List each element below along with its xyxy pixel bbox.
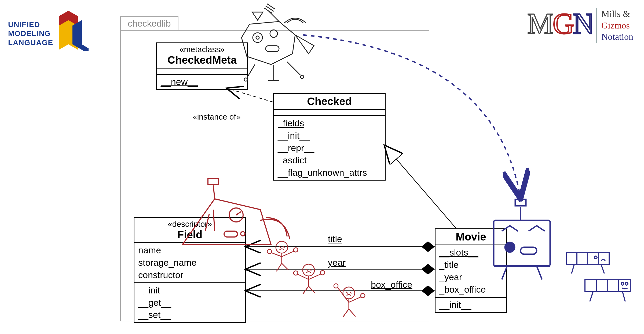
mgn-logo-line2: Gizmos <box>601 20 633 31</box>
class-checkedmeta: «metaclass» CheckedMeta __new__ <box>156 42 248 90</box>
uml-logo-line1: UNIFIED <box>8 20 53 29</box>
op-new: __new__ <box>161 77 198 87</box>
svg-rect-60 <box>585 279 631 292</box>
svg-line-58 <box>572 264 574 274</box>
attr-fields: _fields <box>278 118 304 128</box>
package-name: checkedlib <box>128 18 171 28</box>
class-name-checkedmeta: CheckedMeta <box>161 54 243 66</box>
class-movie: Movie __slots__ _title _year _box_office… <box>435 228 507 313</box>
attr-repr: __repr__ <box>278 142 381 154</box>
attr-storage: storage_name <box>138 257 241 269</box>
mgn-logo-line3: Notation <box>601 31 633 43</box>
uml-logo-text: UNIFIED MODELING LANGUAGE <box>8 20 53 47</box>
svg-text:N: N <box>573 8 592 40</box>
svg-line-67 <box>623 292 625 301</box>
attr-title: _title <box>439 259 503 271</box>
svg-point-65 <box>625 282 628 285</box>
op-init-f: __init__ <box>138 284 241 297</box>
svg-line-66 <box>590 292 593 301</box>
svg-rect-52 <box>521 247 537 254</box>
attr-flag: __flag_unknown_attrs <box>278 167 381 179</box>
attr-init-c: __init__ <box>278 130 381 142</box>
rel-instance-of: «instance of» <box>193 112 240 121</box>
stereo-metaclass: «metaclass» <box>161 45 243 54</box>
attr-constructor: constructor <box>138 269 241 281</box>
assoc-label-year: year <box>328 257 346 268</box>
class-checked: Checked _fields __init__ __repr__ _asdic… <box>273 93 386 181</box>
attr-year: _year <box>439 271 503 283</box>
svg-point-64 <box>621 282 624 285</box>
uml-logo-line2: MODELING <box>8 29 53 38</box>
doodle-instance2-icon <box>585 279 631 301</box>
mgn-logo-text: Mills & Gizmos Notation <box>601 8 633 43</box>
uml-logo: UNIFIED MODELING LANGUAGE <box>8 11 91 51</box>
attr-name: name <box>138 244 241 257</box>
op-init-m: __init__ <box>439 299 503 311</box>
attr-slots: __slots__ <box>439 247 478 257</box>
stereo-descriptor: «descriptor» <box>138 220 241 229</box>
assoc-label-title: title <box>328 234 342 244</box>
assoc-label-boxoffice: box_office <box>371 279 412 290</box>
mgn-logo-line1: Mills & <box>601 8 633 20</box>
class-name-checked: Checked <box>278 95 381 107</box>
mgn-logo: M G N Mills & Gizmos Notation <box>527 8 633 43</box>
svg-point-57 <box>594 256 597 259</box>
class-name-field: Field <box>138 229 241 241</box>
package-tab: checkedlib <box>120 16 178 30</box>
svg-text:M: M <box>527 8 554 40</box>
op-get: __get__ <box>138 297 241 309</box>
svg-rect-50 <box>515 199 526 206</box>
doodle-instance1-icon <box>566 253 609 274</box>
svg-line-59 <box>601 264 604 274</box>
diagram-root: UNIFIED MODELING LANGUAGE M G N Mills & … <box>0 0 644 334</box>
uml-logo-line3: LANGUAGE <box>8 38 53 47</box>
op-set: __set__ <box>138 309 241 321</box>
class-field: «descriptor» Field name storage_name con… <box>134 217 246 323</box>
attr-asdict: _asdict <box>278 154 381 167</box>
svg-rect-53 <box>566 253 609 264</box>
uml-logo-icon <box>56 11 91 51</box>
class-name-movie: Movie <box>439 231 503 243</box>
attr-boxoffice: _box_office <box>439 283 503 296</box>
mgn-logo-icon: M G N <box>527 8 592 43</box>
svg-text:G: G <box>553 8 574 40</box>
